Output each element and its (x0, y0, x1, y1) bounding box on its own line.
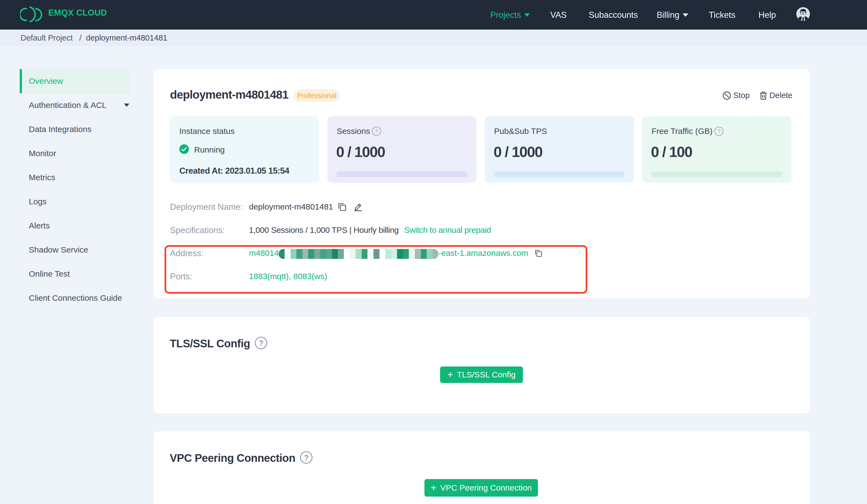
svg-text:?: ? (375, 128, 378, 134)
svg-text:?: ? (717, 128, 720, 134)
svg-text:?: ? (259, 339, 263, 347)
svg-text:?: ? (304, 453, 309, 462)
